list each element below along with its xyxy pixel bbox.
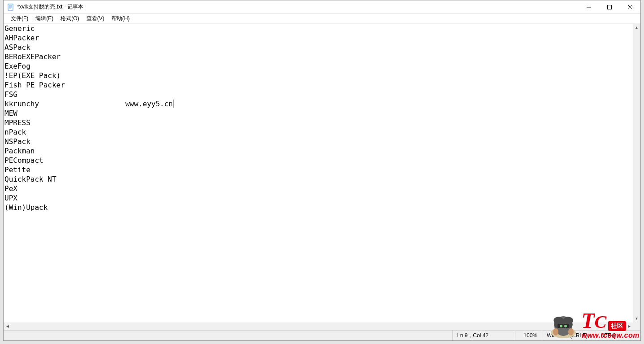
- maximize-button[interactable]: [599, 0, 620, 13]
- close-button[interactable]: [620, 0, 640, 13]
- status-position: Ln 9，Col 42: [452, 331, 515, 340]
- status-line-ending: Windows (CRLF): [542, 331, 596, 340]
- menu-view[interactable]: 查看(V): [83, 14, 108, 23]
- status-encoding: UTF-8: [596, 331, 640, 340]
- titlebar[interactable]: *xvlk支持脱的壳.txt - 记事本: [4, 0, 640, 14]
- scroll-up-arrow-icon[interactable]: ▲: [633, 24, 640, 31]
- menu-file[interactable]: 文件(F): [7, 14, 32, 23]
- status-zoom: 100%: [515, 331, 542, 340]
- minimize-button[interactable]: [579, 0, 599, 13]
- window-controls: [579, 0, 640, 13]
- notepad-icon: [7, 4, 14, 11]
- menu-help[interactable]: 帮助(H): [108, 14, 134, 23]
- scroll-right-arrow-icon[interactable]: ▶: [625, 322, 633, 330]
- horizontal-scrollbar[interactable]: ◀ ▶: [4, 322, 633, 330]
- scroll-left-arrow-icon[interactable]: ◀: [4, 322, 11, 330]
- scroll-down-arrow-icon[interactable]: ▼: [633, 315, 640, 322]
- content-area: Generic AHPacker ASPack BERoEXEPacker Ex…: [4, 24, 640, 330]
- text-editor[interactable]: Generic AHPacker ASPack BERoEXEPacker Ex…: [4, 24, 632, 322]
- menubar: 文件(F) 编辑(E) 格式(O) 查看(V) 帮助(H): [4, 14, 640, 24]
- notepad-window: *xvlk支持脱的壳.txt - 记事本 文件(F) 编辑(E) 格式(O) 查…: [3, 0, 641, 341]
- statusbar: Ln 9，Col 42 100% Windows (CRLF) UTF-8: [4, 330, 640, 340]
- svg-rect-6: [608, 5, 612, 9]
- vertical-scrollbar[interactable]: ▲ ▼: [633, 24, 640, 322]
- window-title: *xvlk支持脱的壳.txt - 记事本: [17, 3, 579, 11]
- menu-edit[interactable]: 编辑(E): [32, 14, 57, 23]
- menu-format[interactable]: 格式(O): [57, 14, 82, 23]
- scroll-corner: [633, 322, 640, 330]
